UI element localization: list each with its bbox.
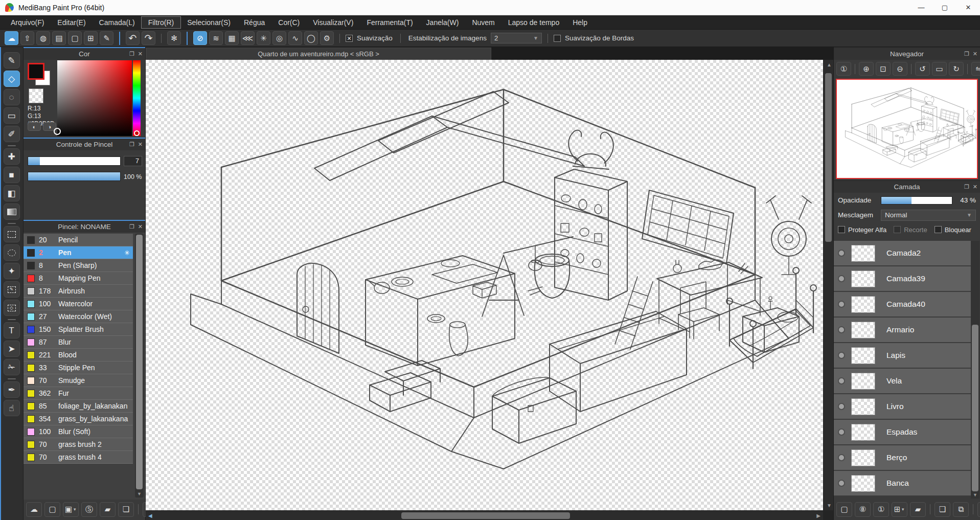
menu-janela-w-[interactable]: Janela(W) <box>420 17 466 28</box>
brush-item[interactable]: 354grass_by_lakanakana <box>24 413 133 425</box>
saturation-value-picker[interactable] <box>57 60 132 136</box>
close-panel-icon[interactable]: ✕ <box>973 184 977 190</box>
checkbox-proteger-alfa[interactable] <box>838 226 845 233</box>
layer-row[interactable]: Lapis <box>834 343 971 369</box>
move-tool[interactable]: ✚ <box>4 148 20 165</box>
menu-help[interactable]: Help <box>566 17 594 28</box>
layer-visibility-dot[interactable] <box>838 275 845 282</box>
menu-r-gua[interactable]: Régua <box>237 17 271 28</box>
brush-size-slider[interactable] <box>28 156 121 166</box>
brush-item[interactable]: 85foliage_by_lakanakan <box>24 400 133 413</box>
float-panel-icon[interactable]: ❐ <box>964 51 969 57</box>
select-eraser-tool[interactable]: ◇ <box>4 300 20 316</box>
select-pen-tool[interactable]: ✎ <box>4 281 20 298</box>
menu-nuvem[interactable]: Nuvem <box>465 17 501 28</box>
close-button[interactable]: ✕ <box>956 0 980 15</box>
layer-row[interactable]: Espadas <box>834 420 971 445</box>
rotate-right-icon[interactable]: ↻ <box>949 62 964 76</box>
layer-visibility-dot[interactable] <box>838 480 845 487</box>
menu-ferramenta-t-[interactable]: Ferramenta(T) <box>360 17 419 28</box>
menu-selecionar-s-[interactable]: Selecionar(S) <box>180 17 237 28</box>
brush-item[interactable]: 70grass brush 4 <box>24 451 133 464</box>
magic-wand-tool[interactable]: ✦ <box>4 263 20 279</box>
snap-ellipse-icon[interactable]: ◯ <box>304 31 318 45</box>
layer-visibility-dot[interactable] <box>838 403 845 410</box>
edge-smoothing-checkbox[interactable] <box>554 35 561 42</box>
blend-mode-dropdown[interactable]: Normal▼ <box>881 210 976 221</box>
checkbox-recorte[interactable] <box>894 226 901 233</box>
float-panel-icon[interactable]: ❐ <box>964 184 969 190</box>
layer-visibility-dot[interactable] <box>838 428 845 436</box>
shape-brush-tool[interactable]: ▭ <box>4 107 20 124</box>
layer-list-scrollbar[interactable]: ▼ <box>971 241 979 499</box>
menu-filtro-r-[interactable]: Filtro(R) <box>142 17 181 28</box>
zoom-actual-icon[interactable]: ① <box>836 62 851 76</box>
layer-row[interactable]: Camada2 <box>834 241 971 266</box>
layer-visibility-dot[interactable] <box>838 377 845 385</box>
transfer-layer-icon[interactable]: ⧉ <box>953 502 969 517</box>
reset-view-icon[interactable]: ▭ <box>932 62 947 76</box>
eraser-tool[interactable]: ◇ <box>4 71 20 87</box>
snap-grid-icon[interactable]: ▦ <box>225 31 239 45</box>
new-1bit-layer-icon[interactable]: ① <box>873 502 889 517</box>
scroll-left-icon[interactable]: ◀ <box>148 513 152 518</box>
new-canvas-preset-icon[interactable]: ▣▼ <box>63 502 79 517</box>
brush-item[interactable]: 20Pencil <box>24 234 133 246</box>
transparent-color-swatch[interactable] <box>29 88 43 103</box>
brush-item[interactable]: 8Pen (Sharp) <box>24 259 133 272</box>
document-tab[interactable]: Quarto de um aventureiro.mdp < sRGB > <box>146 48 491 60</box>
menu-arquivo-f-[interactable]: Arquivo(F) <box>4 17 51 28</box>
text-tool[interactable]: T <box>4 322 20 338</box>
document-lines-icon[interactable]: ▤ <box>52 31 66 45</box>
brush-item[interactable]: 87Blur <box>24 336 133 349</box>
layer-visibility-dot[interactable] <box>838 326 845 333</box>
hand-tool[interactable]: ☝ <box>4 400 20 416</box>
duplicate-icon[interactable]: ❏ <box>118 502 134 517</box>
palette-icon[interactable]: ◐ <box>28 122 41 131</box>
delete-layer-icon[interactable]: ⌧ <box>977 502 980 517</box>
menu-editar-e-[interactable]: Editar(E) <box>51 17 92 28</box>
foreground-color-swatch[interactable] <box>28 63 44 80</box>
menu-visualizar-v-[interactable]: Visualizar(V) <box>306 17 360 28</box>
hue-bar[interactable] <box>133 60 141 136</box>
fit-window-icon[interactable]: ⊡ <box>876 62 891 76</box>
brush-item[interactable]: 150Splatter Brush <box>24 323 133 336</box>
undo-icon[interactable]: ↶ <box>126 31 140 45</box>
snap-concentric-icon[interactable]: ◎ <box>272 31 286 45</box>
snap-off-icon[interactable]: ⊘ <box>193 31 207 45</box>
layer-row[interactable]: Camada39 <box>834 266 971 292</box>
brush-item[interactable]: 8Mapping Pen <box>24 272 133 285</box>
scroll-down-icon[interactable]: ▼ <box>971 492 979 498</box>
cloud-save-icon[interactable]: ☁ <box>5 31 18 45</box>
layer-row[interactable]: Berço <box>834 445 971 471</box>
close-panel-icon[interactable]: ✕ <box>138 223 143 230</box>
maximize-button[interactable]: ▢ <box>933 0 956 15</box>
brush-item[interactable]: 178Airbrush <box>24 285 133 298</box>
scrollbar-handle[interactable] <box>825 73 832 242</box>
layer-visibility-dot[interactable] <box>838 454 845 461</box>
brush-item[interactable]: 100Blur (Soft) <box>24 425 133 438</box>
scroll-right-icon[interactable]: ▶ <box>816 513 821 518</box>
rotate-left-icon[interactable]: ↺ <box>915 62 930 76</box>
canvas-horizontal-scrollbar[interactable]: ◀ ▶ <box>146 510 823 520</box>
smoothing-checkbox[interactable]: ✕ <box>346 35 353 42</box>
brush-item[interactable]: 70Smudge <box>24 374 133 387</box>
fill-shape-tool[interactable]: ■ <box>4 167 20 183</box>
hue-marker[interactable] <box>134 130 140 136</box>
eyedropper-tool[interactable]: ✒ <box>4 381 20 398</box>
layer-row[interactable]: Vela <box>834 369 971 394</box>
layer-row[interactable]: Banca <box>834 471 971 496</box>
brush-item[interactable]: 2Pen✳ <box>24 246 133 259</box>
lasso-eraser-tool[interactable]: ◌ <box>4 89 20 105</box>
layer-visibility-dot[interactable] <box>838 352 845 359</box>
float-panel-icon[interactable]: ❐ <box>129 223 134 230</box>
brush-item[interactable]: 33Stipple Pen <box>24 361 133 374</box>
layer-row[interactable]: Armario <box>834 318 971 343</box>
new-layer-icon[interactable]: ▢ <box>836 502 852 517</box>
navigator-thumbnail[interactable] <box>836 79 978 179</box>
new-8bit-layer-icon[interactable]: ⑧ <box>855 502 871 517</box>
brush-opacity-slider[interactable] <box>28 172 121 181</box>
close-panel-icon[interactable]: ✕ <box>138 141 143 148</box>
snap-dots-icon[interactable]: ✻ <box>167 31 181 45</box>
brush-item[interactable]: 100Watercolor <box>24 298 133 310</box>
